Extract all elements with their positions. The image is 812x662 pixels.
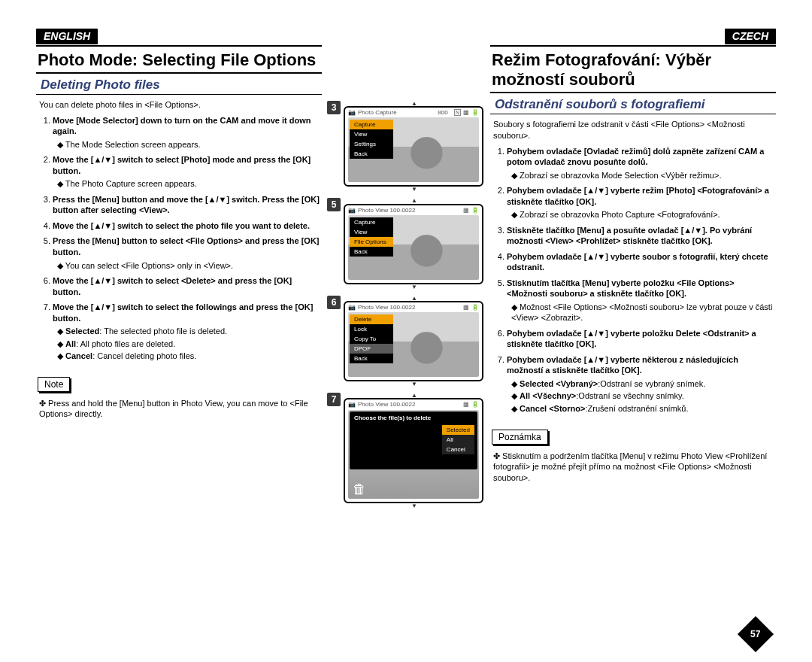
trash-icon: 🗑 xyxy=(353,481,366,497)
menu-item[interactable]: Copy To xyxy=(350,334,393,344)
step-badge: 7 xyxy=(327,393,341,406)
screenshot-3: 3 ▲ Photo Capture800 N Capture View Sett… xyxy=(327,101,485,192)
step-badge: 6 xyxy=(327,296,341,309)
menu-item[interactable]: Back xyxy=(350,149,393,159)
menu-item[interactable]: View xyxy=(350,227,393,237)
menu-item[interactable]: File Options xyxy=(350,237,393,247)
note-english: Press and hold the [Menu] button in Phot… xyxy=(39,398,322,421)
menu-item[interactable]: Capture xyxy=(350,217,393,227)
dialog-option[interactable]: Cancel xyxy=(442,445,474,454)
page-title-czech: Režim Fotografování: Výběr možností soub… xyxy=(490,48,776,93)
note-czech: Stisknutím a podržením tlačítka [Menu] v… xyxy=(493,451,776,484)
dialog-option[interactable]: All xyxy=(442,435,474,445)
screenshot-6: 6 ▲ Photo View 100-0022 Delete Lock Copy… xyxy=(327,296,485,387)
delete-dialog: Choose the file(s) to delete Selected Al… xyxy=(350,411,477,469)
note-label-english: Note xyxy=(38,377,70,392)
steps-czech: Pohybem ovladače [Ovladač režimů] dolů z… xyxy=(507,146,776,419)
menu-item[interactable]: DPOF xyxy=(350,344,393,354)
menu-item[interactable]: Lock xyxy=(350,324,393,334)
menu-item[interactable]: Capture xyxy=(350,120,393,129)
language-tab-english: ENGLISH xyxy=(36,29,98,44)
step-badge: 5 xyxy=(327,198,341,211)
menu-item[interactable]: Delete xyxy=(350,314,393,324)
screenshot-7: 7 ▲ Photo View 100-0022 Choose the file(… xyxy=(327,393,485,509)
page-number-badge: 57 xyxy=(743,621,768,644)
intro-czech: Soubory s fotografiemi lze odstranit v č… xyxy=(493,119,776,141)
screenshot-5: 5 ▲ Photo View 100-0022 Capture View Fil… xyxy=(327,198,485,289)
note-label-czech: Poznámka xyxy=(492,430,548,445)
section-head-czech: Odstranění souborů s fotografiemi xyxy=(490,93,776,114)
screenshots-column: 3 ▲ Photo Capture800 N Capture View Sett… xyxy=(327,101,485,509)
steps-english: Move [Mode Selector] down to turn on the… xyxy=(53,115,322,366)
menu-item[interactable]: Back xyxy=(350,247,393,257)
section-head-english: Deleting Photo files xyxy=(36,74,322,95)
language-tab-czech: CZECH xyxy=(725,29,776,44)
page-title-english: Photo Mode: Selecting File Options xyxy=(36,48,322,74)
menu-item[interactable]: Back xyxy=(350,354,393,363)
intro-english: You can delete photo files in <File Opti… xyxy=(39,99,322,111)
menu-item[interactable]: View xyxy=(350,129,393,139)
step-badge: 3 xyxy=(327,101,341,114)
menu-item[interactable]: Settings xyxy=(350,139,393,149)
dialog-option[interactable]: Selected xyxy=(442,425,474,435)
